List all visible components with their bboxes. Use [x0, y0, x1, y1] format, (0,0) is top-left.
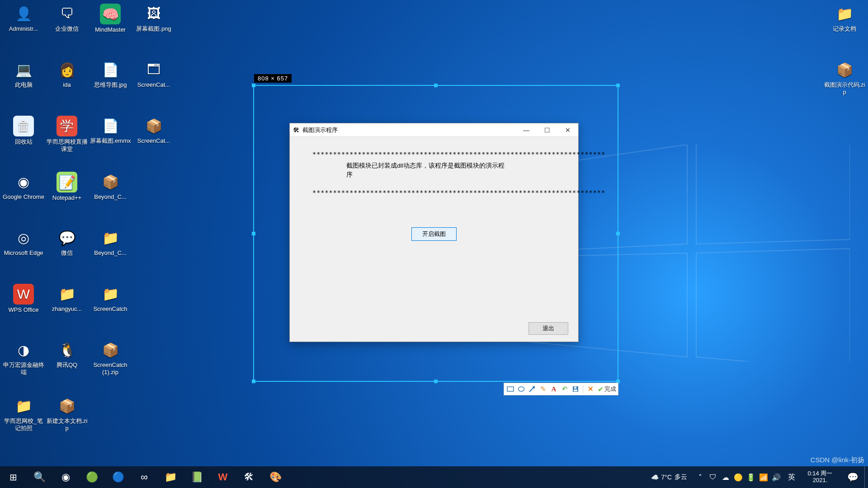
desktop-icon-chrome[interactable]: ◉Google Chrome: [3, 171, 44, 216]
resize-handle-rc[interactable]: [616, 232, 620, 235]
desktop-icon-screenshot-emmx[interactable]: 📄屏幕截图.emmx: [90, 115, 131, 160]
wechat-icon: 💬: [55, 228, 79, 248]
taskbar-vstudio[interactable]: ∞: [131, 466, 157, 488]
screencatch-folder-icon: 📁: [98, 284, 123, 304]
maximize-button[interactable]: ☐: [537, 123, 557, 137]
recycle-bin-label: 回收站: [15, 138, 33, 145]
beyondcompare-zip-icon: 📦: [98, 172, 123, 192]
beyondcompare-folder-label: Beyond_C...: [94, 249, 127, 257]
desktop-icon-this-pc[interactable]: 💻此电脑: [3, 59, 44, 104]
exit-button[interactable]: 退出: [528, 322, 568, 335]
start-capture-button[interactable]: 开启截图: [411, 227, 457, 241]
newtext-zip-icon: 📦: [55, 396, 79, 416]
tool-undo[interactable]: ↶: [560, 385, 569, 394]
this-pc-label: 此电脑: [15, 81, 33, 89]
minimize-button[interactable]: —: [516, 123, 537, 137]
tray-tray-up[interactable]: ˄: [694, 466, 706, 488]
desktop-icon-screencat-exe[interactable]: 🗔ScreenCat...: [133, 59, 175, 104]
dialog-titlebar[interactable]: 🛠 截图演示程序 — ☐ ✕: [290, 123, 578, 137]
taskbar-chrome[interactable]: ◉: [52, 466, 79, 488]
tray-qq-tray[interactable]: 🟡: [732, 466, 744, 488]
screencat-exe-label: ScreenCat...: [137, 81, 170, 89]
desktop-icon-xueersi[interactable]: 学学而思网校直播课堂: [46, 115, 88, 160]
tray-volume[interactable]: 🔊: [770, 466, 782, 488]
tray-battery[interactable]: 🔋: [745, 466, 757, 488]
taskbar-wps[interactable]: W: [210, 466, 236, 488]
desktop-icon-screenshot-png[interactable]: 🖼屏幕截图.png: [133, 3, 175, 48]
resize-handle-tr[interactable]: [616, 84, 620, 87]
desktop-icon-mindmaster[interactable]: 🧠MindMaster: [90, 3, 131, 48]
tool-rectangle[interactable]: [506, 385, 515, 394]
clock-date: 2021.: [801, 477, 839, 484]
ida-label: ida: [63, 81, 71, 89]
svg-point-1: [519, 387, 524, 391]
screencat-zip-label: ScreenCat...: [137, 137, 170, 145]
desktop-icon-zhangyuc[interactable]: 📁zhangyuc...: [46, 283, 88, 328]
desktop-icon-beyondcompare-folder[interactable]: 📁Beyond_C...: [90, 227, 131, 272]
tool-cancel[interactable]: ✕: [586, 385, 595, 394]
taskbar-clock[interactable]: 0:14 周一 2021.: [799, 470, 841, 484]
desktop-icon-xueersi-notes[interactable]: 📁学而思网校_笔记拍照: [3, 395, 44, 440]
screenshot-emmx-icon: 📄: [98, 116, 123, 136]
tool-ellipse[interactable]: [517, 385, 526, 394]
desktop-icon-record-docs[interactable]: 📁记录文档: [824, 3, 865, 48]
taskbar-search[interactable]: 🔍: [26, 466, 52, 488]
taskbar-paint[interactable]: 🎨: [262, 466, 288, 488]
desktop-icon-beyondcompare-zip[interactable]: 📦Beyond_C...: [90, 171, 131, 216]
taskbar-start[interactable]: ⊞: [0, 466, 26, 488]
tray-security[interactable]: 🛡: [707, 466, 719, 488]
desktop-icon-wechat[interactable]: 💬微信: [46, 227, 88, 272]
taskbar-weather[interactable]: ☁️ 7°C 多云: [646, 473, 693, 481]
desktop-icon-notepadpp[interactable]: 📝Notepad++: [46, 171, 88, 216]
mindmaster-label: MindMaster: [95, 26, 126, 33]
desktop-icon-demo-code-zip[interactable]: 📦截图演示代码.zip: [824, 59, 865, 104]
desktop-icon-mindmap-jpg[interactable]: 📄思维导图.jpg: [90, 59, 131, 104]
desktop-icon-recycle-bin[interactable]: 🗑回收站: [3, 115, 44, 160]
desktop-icon-user-folder[interactable]: 👤Administr...: [3, 3, 44, 48]
taskbar-notepadpp[interactable]: 📗: [184, 466, 210, 488]
desktop-icon-wps[interactable]: WWPS Office: [3, 283, 44, 328]
mindmaster-icon: 🧠: [100, 4, 121, 24]
tray-onedrive[interactable]: ☁: [720, 466, 731, 488]
desktop-icon-wecom[interactable]: 🗨企业微信: [46, 3, 88, 48]
taskbar: ⊞🔍◉🟢🔵∞📁📗W🛠🎨 ☁️ 7°C 多云 ˄🛡☁🟡🔋📶🔊 英 0:14 周一 …: [0, 466, 868, 488]
resize-handle-bc[interactable]: [434, 380, 438, 383]
taskbar-explorer[interactable]: 📁: [157, 466, 184, 488]
resize-handle-lc[interactable]: [252, 232, 255, 235]
tool-arrow[interactable]: [528, 385, 537, 394]
xueersi-label: 学而思网校直播课堂: [46, 138, 88, 153]
desktop-icon-edge[interactable]: ◎Microsoft Edge: [3, 227, 44, 272]
resize-handle-bl[interactable]: [252, 380, 255, 383]
desktop-icon-screencatch-folder[interactable]: 📁ScreenCatch: [90, 283, 131, 328]
zhangyuc-icon: 📁: [55, 284, 79, 304]
resize-handle-tc[interactable]: [434, 84, 438, 87]
desktop-icon-ida[interactable]: 👩ida: [46, 59, 88, 104]
wps-label: WPS Office: [9, 306, 39, 314]
tool-text[interactable]: A: [549, 385, 558, 394]
capture-toolbar: ✎ A ↶ ✕ ✔ 完成: [504, 383, 618, 395]
user-folder-label: Administr...: [9, 25, 38, 33]
tool-save[interactable]: [571, 385, 580, 394]
taskbar-demo[interactable]: 🛠: [236, 466, 262, 488]
close-button[interactable]: ✕: [557, 123, 578, 137]
desktop-icon-screencat-zip[interactable]: 📦ScreenCat...: [133, 115, 175, 160]
show-desktop[interactable]: [864, 466, 868, 488]
tool-done[interactable]: ✔ 完成: [598, 385, 616, 394]
desktop-icon-swhy[interactable]: ◑申万宏源金融终端: [3, 339, 44, 384]
taskbar-mindmaster[interactable]: 🟢: [79, 466, 105, 488]
qq-label: 腾讯QQ: [57, 361, 77, 369]
desktop-icon-newtext-zip[interactable]: 📦新建文本文档.zip: [46, 395, 88, 440]
ime-indicator[interactable]: 英: [786, 466, 797, 488]
desktop-icon-qq[interactable]: 🐧腾讯QQ: [46, 339, 88, 384]
desktop-icon-screencatch-zip2[interactable]: 📦ScreenCatch(1).zip: [90, 339, 131, 384]
swhy-icon: ◑: [11, 340, 36, 360]
tool-pencil[interactable]: ✎: [538, 385, 547, 394]
tray-wifi[interactable]: 📶: [758, 466, 769, 488]
resize-handle-tl[interactable]: [252, 84, 255, 87]
taskbar-wecom[interactable]: 🔵: [105, 466, 131, 488]
newtext-zip-label: 新建文本文档.zip: [46, 418, 88, 432]
action-center[interactable]: 💬: [841, 466, 864, 488]
tool-done-label: 完成: [604, 385, 616, 393]
xueersi-icon: 学: [57, 116, 77, 136]
xueersi-notes-icon: 📁: [11, 396, 36, 416]
